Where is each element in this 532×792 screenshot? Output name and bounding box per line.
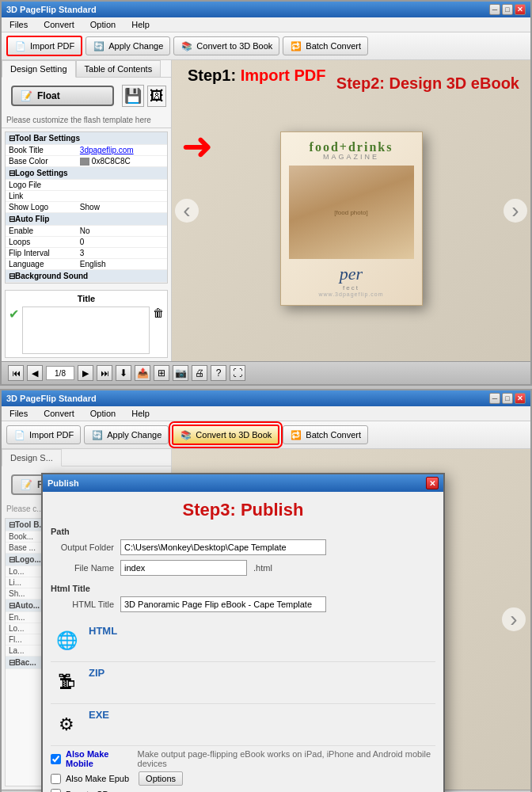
minimize-btn-2[interactable]: ─: [489, 393, 500, 404]
also-mobile-row: Also Make Mobile Make output page-flippi…: [51, 749, 435, 768]
prev-btn-1[interactable]: ◀: [27, 365, 43, 381]
book-footer: www.3dpageflip.com: [318, 291, 383, 297]
next-btn-1[interactable]: ▶: [78, 365, 93, 381]
save-icon-1[interactable]: 💾: [122, 85, 144, 107]
html-title-section: Html Title HTML Title: [51, 584, 435, 612]
menu-option-2[interactable]: Option: [87, 408, 119, 419]
menu-files-2[interactable]: Files: [6, 408, 31, 419]
save-icon-2[interactable]: 🖼: [147, 86, 166, 107]
import-pdf-btn-2[interactable]: 📄 Import PDF: [6, 425, 81, 444]
prev-page-btn-1[interactable]: ‹: [175, 199, 199, 223]
flip-interval-label: Flip Interval: [6, 248, 77, 259]
loops-val[interactable]: 0: [77, 237, 167, 248]
html-format-icon: 🌐: [51, 625, 82, 657]
color-swatch[interactable]: [80, 158, 89, 166]
fullscreen-icon-1[interactable]: ⛶: [230, 365, 245, 381]
title-input[interactable]: [22, 307, 150, 354]
exe-format-icon: ⚙: [51, 709, 82, 741]
exe-format-name: EXE: [89, 709, 435, 721]
publish-content: Step3: Publish Path Output Folder File N…: [43, 492, 443, 792]
print-icon-1[interactable]: 🖨: [192, 365, 207, 381]
batch-convert-btn-2[interactable]: 🔁 Batch Convert: [283, 425, 368, 444]
html-format-name: HTML: [89, 625, 435, 637]
tab-design-setting-1[interactable]: Design Setting: [2, 60, 76, 78]
book-title-val[interactable]: 3dpageflip.com: [77, 145, 167, 156]
maximize-btn-2[interactable]: □: [502, 393, 513, 404]
apply-change-btn-1[interactable]: 🔄 Apply Change: [86, 36, 170, 55]
enable-val[interactable]: No: [77, 226, 167, 237]
toolbar-1: 📄 Import PDF 🔄 Apply Change 📚 Convert to…: [2, 32, 530, 60]
menu-convert-1[interactable]: Convert: [40, 19, 78, 30]
book-sub-text: fect: [343, 284, 359, 291]
html-title-label: HTML Title: [51, 600, 114, 609]
maximize-btn-1[interactable]: □: [502, 4, 513, 15]
menu-help-2[interactable]: Help: [128, 408, 153, 419]
logo-file-val: [77, 180, 167, 191]
flip-interval-val[interactable]: 3: [77, 248, 167, 259]
close-btn-2[interactable]: ✕: [515, 393, 526, 404]
grid-icon-1[interactable]: ⊞: [154, 365, 169, 381]
screenshot-icon-1[interactable]: 📷: [173, 365, 188, 381]
page-input-1[interactable]: [46, 366, 74, 380]
last-btn-1[interactable]: ⏭: [97, 365, 112, 381]
float-icon: 📝: [21, 90, 32, 101]
next-page-btn-1[interactable]: ›: [504, 199, 527, 223]
batch-convert-btn-1[interactable]: 🔁 Batch Convert: [283, 36, 368, 55]
output-folder-input[interactable]: [120, 539, 326, 555]
menu-bar-2: Files Convert Option Help: [2, 406, 530, 421]
window-title-2: 3D PageFlip Standard: [6, 394, 97, 403]
book-brand-sub: MAGAZINE: [323, 153, 379, 161]
check-icon: ✔: [9, 307, 19, 322]
convert-3d-icon-2: 📚: [180, 428, 192, 441]
format-zip-row: 🗜 ZIP: [51, 662, 435, 704]
zip-format-icon: 🗜: [51, 667, 82, 699]
share-icon-1[interactable]: 📤: [135, 365, 150, 381]
delete-icon[interactable]: 🗑: [153, 307, 164, 319]
tab-toc-1[interactable]: Table of Contents: [76, 60, 162, 77]
also-mobile-checkbox[interactable]: [51, 754, 61, 764]
tab-design-2[interactable]: Design S...: [2, 449, 62, 466]
convert-3d-btn-2[interactable]: 📚 Convert to 3D Book: [172, 425, 279, 445]
language-val[interactable]: English: [77, 259, 167, 270]
html-title-input[interactable]: [120, 596, 326, 612]
options-button[interactable]: Options: [139, 771, 183, 786]
publish-close-btn[interactable]: ✕: [426, 477, 439, 489]
also-epub-checkbox[interactable]: [51, 774, 61, 784]
burn-cd-checkbox[interactable]: [51, 789, 61, 792]
title-bar-2: 3D PageFlip Standard ─ □ ✕: [2, 390, 530, 406]
close-btn-1[interactable]: ✕: [515, 4, 526, 15]
download-icon-1[interactable]: ⬇: [116, 365, 131, 381]
preview-area-1: Step1: Import PDF Step2: Design 3D eBook…: [172, 60, 530, 361]
title-bar-1: 3D PageFlip Standard ─ □ ✕: [2, 2, 530, 17]
float-row: 📝 Float 💾 🖼: [2, 78, 171, 114]
show-logo-val[interactable]: Show: [77, 202, 167, 213]
file-name-input[interactable]: [120, 560, 247, 576]
panel-tabs-2: Design S...: [2, 449, 171, 466]
convert-3d-btn-1[interactable]: 📚 Convert to 3D Book: [173, 36, 279, 55]
apply-change-btn-2[interactable]: 🔄 Apply Change: [84, 425, 169, 444]
batch-convert-icon-1: 🔁: [290, 40, 302, 52]
next-page-btn-2[interactable]: ›: [502, 607, 526, 631]
help-icon-1[interactable]: ?: [211, 365, 226, 381]
burn-cd-row: Burn to CD: [51, 789, 435, 792]
menu-bar-1: Files Convert Option Help: [2, 17, 530, 32]
also-mobile-desc: Make output page-flipping eBook works on…: [138, 749, 435, 768]
menu-files-1[interactable]: Files: [6, 19, 31, 30]
import-pdf-btn-1[interactable]: 📄 Import PDF: [6, 36, 82, 56]
html-title-row: HTML Title: [51, 596, 435, 612]
file-name-label: File Name: [51, 563, 114, 573]
float-btn[interactable]: 📝 Float: [11, 86, 114, 106]
output-folder-label: Output Folder: [51, 543, 114, 552]
menu-help-1[interactable]: Help: [128, 19, 153, 30]
first-page-btn-1[interactable]: ⏮: [8, 365, 24, 381]
title-section-label: Title: [9, 294, 164, 303]
zip-format-name: ZIP: [89, 667, 435, 679]
step2-label: Step2: Design 3D eBook: [336, 74, 519, 93]
menu-convert-2[interactable]: Convert: [40, 408, 78, 419]
base-color-label: Base Color: [6, 156, 77, 167]
menu-option-1[interactable]: Option: [87, 19, 119, 30]
also-epub-row: Also Make Epub Options: [51, 771, 435, 786]
minimize-btn-1[interactable]: ─: [489, 4, 500, 15]
main-area-1: Design Setting Table of Contents 📝 Float…: [2, 60, 530, 361]
convert-3d-icon-1: 📚: [180, 40, 193, 52]
